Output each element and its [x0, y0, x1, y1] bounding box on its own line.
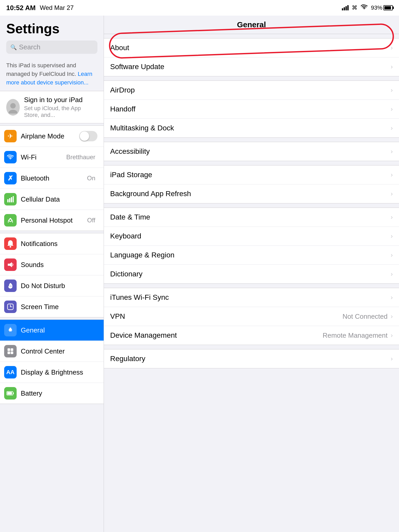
- chevron-icon: ›: [391, 63, 393, 70]
- status-bar: 10:52 AM Wed Mar 27 ⌘ 93%: [0, 0, 399, 16]
- panel-item-airdrop[interactable]: AirDrop ›: [104, 81, 399, 100]
- panel-item-accessibility[interactable]: Accessibility ›: [104, 142, 399, 161]
- svg-rect-13: [8, 348, 10, 351]
- wifi-settings-icon: [4, 151, 17, 163]
- panel-item-multitasking[interactable]: Multitasking & Dock ›: [104, 119, 399, 137]
- donotdisturb-icon: [4, 280, 17, 292]
- panel-group-4: iPad Storage › Background App Refresh ›: [104, 165, 399, 203]
- sidebar-header: Settings 🔍 Search: [0, 16, 104, 57]
- chevron-icon: ›: [391, 313, 393, 320]
- svg-rect-19: [13, 393, 14, 394]
- panel-item-ipadstorage[interactable]: iPad Storage ›: [104, 165, 399, 184]
- sidebar-item-general[interactable]: General: [0, 320, 104, 341]
- search-bar[interactable]: 🔍 Search: [6, 41, 97, 54]
- chevron-icon: ›: [391, 124, 393, 132]
- panel-item-dictionary[interactable]: Dictionary ›: [104, 265, 399, 283]
- notifications-icon: [4, 237, 17, 250]
- panel-item-keyboard[interactable]: Keyboard ›: [104, 227, 399, 246]
- sidebar-title: Settings: [6, 21, 97, 36]
- sidebar-item-display[interactable]: AA Display & Brightness: [0, 362, 104, 383]
- panel-group-7: Regulatory ›: [104, 349, 399, 368]
- sidebar-item-sounds[interactable]: Sounds: [0, 254, 104, 275]
- panel-item-softwareupdate[interactable]: Software Update ›: [104, 57, 399, 76]
- panel-item-devicemanagement[interactable]: Device Management Remote Management ›: [104, 326, 399, 345]
- svg-rect-5: [13, 196, 14, 202]
- panel-item-handoff[interactable]: Handoff ›: [104, 100, 399, 119]
- notification-settings-group: Notifications Sounds Do: [0, 233, 104, 317]
- avatar: [6, 99, 20, 116]
- panel-header: General: [104, 16, 399, 34]
- sidebar-item-battery[interactable]: Battery: [0, 383, 104, 404]
- wifi-signal-icon: [361, 4, 368, 11]
- sidebar-item-hotspot[interactable]: Personal Hotspot Off: [0, 210, 104, 231]
- panel-item-language[interactable]: Language & Region ›: [104, 246, 399, 265]
- panel-item-datetime[interactable]: Date & Time ›: [104, 208, 399, 227]
- chevron-icon: ›: [391, 251, 393, 259]
- svg-rect-3: [9, 198, 10, 202]
- signin-section[interactable]: Sign in to your iPad Set up iCloud, the …: [0, 91, 104, 123]
- svg-rect-4: [11, 197, 12, 202]
- svg-point-1: [9, 110, 17, 113]
- panel-item-regulatory[interactable]: Regulatory ›: [104, 349, 399, 368]
- sidebar-item-airplane-mode[interactable]: ✈ Airplane Mode: [0, 126, 104, 147]
- airplane-mode-toggle[interactable]: [79, 131, 97, 141]
- sidebar: Settings 🔍 Search This iPad is supervise…: [0, 16, 104, 532]
- airplane-mode-icon: ✈: [4, 130, 17, 142]
- sidebar-item-cellular[interactable]: Cellular Data: [0, 189, 104, 210]
- svg-rect-2: [7, 199, 9, 202]
- panel-item-vpn[interactable]: VPN Not Connected ›: [104, 307, 399, 326]
- panel-item-ituneswifi[interactable]: iTunes Wi-Fi Sync ›: [104, 288, 399, 307]
- avatar-icon: [7, 101, 19, 114]
- svg-point-0: [10, 103, 16, 108]
- sidebar-item-donotdisturb[interactable]: Do Not Disturb: [0, 275, 104, 296]
- panel-group-6: iTunes Wi-Fi Sync › VPN Not Connected › …: [104, 288, 399, 345]
- status-icons: ⌘ 93%: [342, 4, 393, 11]
- svg-rect-15: [8, 351, 10, 354]
- chevron-icon: ›: [391, 190, 393, 197]
- sidebar-item-screentime[interactable]: Screen Time: [0, 296, 104, 317]
- chevron-icon: ›: [391, 294, 393, 301]
- chevron-icon: ›: [391, 87, 393, 94]
- chevron-icon: ›: [391, 332, 393, 339]
- supervision-notice: This iPad is supervised and managed by F…: [0, 57, 104, 91]
- battery-indicator: 93%: [371, 4, 393, 11]
- screentime-icon: [4, 301, 17, 313]
- signal-icon: [342, 5, 349, 10]
- wifi-icon: ⌘: [352, 4, 357, 11]
- signin-text: Sign in to your iPad Set up iCloud, the …: [24, 96, 97, 118]
- svg-rect-14: [11, 348, 13, 351]
- status-time: 10:52 AM: [6, 4, 36, 12]
- right-panel: About › Software Update › AirDrop › Hand…: [104, 34, 399, 373]
- chevron-icon: ›: [391, 105, 393, 113]
- svg-rect-18: [7, 392, 12, 395]
- battery-percentage: 93%: [371, 4, 382, 11]
- sidebar-item-bluetooth[interactable]: ✗ Bluetooth On: [0, 168, 104, 189]
- svg-rect-16: [11, 351, 13, 354]
- sidebar-item-notifications[interactable]: Notifications: [0, 233, 104, 254]
- chevron-icon: ›: [391, 270, 393, 278]
- right-panel-wrapper: General About › Software Update › AirDro…: [104, 16, 399, 532]
- main-settings-group: General Control Center AA Display &: [0, 320, 104, 404]
- sidebar-item-wifi[interactable]: Wi-Fi Bretthauer: [0, 147, 104, 168]
- display-icon: AA: [4, 366, 17, 378]
- battery-settings-icon: [4, 387, 17, 400]
- panel-group-1: About › Software Update ›: [104, 38, 399, 76]
- sidebar-item-controlcenter[interactable]: Control Center: [0, 341, 104, 362]
- status-date: Wed Mar 27: [40, 4, 74, 11]
- chevron-icon: ›: [391, 148, 393, 155]
- general-icon: [4, 324, 17, 336]
- chevron-icon: ›: [391, 44, 393, 51]
- panel-group-3: Accessibility ›: [104, 142, 399, 161]
- bluetooth-icon: ✗: [4, 172, 17, 184]
- controlcenter-icon: [4, 345, 17, 357]
- panel-item-about[interactable]: About ›: [104, 38, 399, 57]
- cellular-icon: [4, 193, 17, 205]
- chevron-icon: ›: [391, 232, 393, 240]
- network-settings-group: ✈ Airplane Mode Wi-Fi Bretthauer: [0, 125, 104, 231]
- svg-marker-8: [8, 262, 12, 267]
- panel-title: General: [237, 20, 266, 29]
- panel-item-backgroundapp[interactable]: Background App Refresh ›: [104, 184, 399, 203]
- search-icon: 🔍: [10, 44, 17, 50]
- search-placeholder: Search: [19, 43, 40, 51]
- battery-icon: [383, 5, 393, 10]
